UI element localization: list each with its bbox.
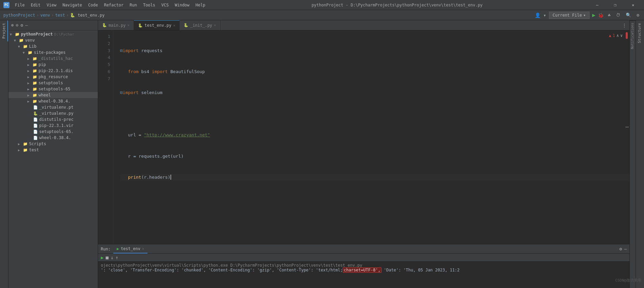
run-tab-test-env[interactable]: ▶ test_env ✕ xyxy=(113,244,147,253)
rerun-button[interactable]: ▶ xyxy=(101,255,104,260)
fold-marker-2: ⊟ xyxy=(120,90,123,95)
project-tab[interactable]: Project xyxy=(0,20,8,41)
current-file-label: Current File xyxy=(553,13,582,18)
run-tab-label: test_env xyxy=(121,246,140,251)
tree-item-venv-py[interactable]: ▶ 🐍 _virtualenv.py xyxy=(8,110,98,116)
run-tab-close[interactable]: ✕ xyxy=(142,247,144,250)
tree-item-setuptools-file[interactable]: ▶ 📄 setuptools-65. xyxy=(8,129,98,135)
settings-icon[interactable]: ⚙ xyxy=(635,12,641,18)
breadcrumb-project[interactable]: pythonProject xyxy=(3,13,35,18)
tree-item-distutils-prec[interactable]: ▶ 📄 distutils-prec xyxy=(8,116,98,123)
tree-item-setuptools[interactable]: ▶ 📁 setuptools xyxy=(8,80,98,86)
code-line-7: print(r.headers) xyxy=(120,174,629,181)
watermark: CSDN@微功用用 xyxy=(615,278,641,283)
menu-vcs[interactable]: VCS xyxy=(159,2,171,8)
breadcrumb-sep2: › xyxy=(51,13,54,18)
structure-tab[interactable]: Structure xyxy=(636,20,644,46)
current-file-button[interactable]: Current File ▾ xyxy=(549,12,590,19)
menu-run[interactable]: Run xyxy=(127,2,140,8)
tree-item-pip[interactable]: ▶ 📁 pip xyxy=(8,62,98,68)
code-editor[interactable]: 1 2 3 4 5 6 7 ⊟import requests from bs4 … xyxy=(98,30,629,244)
app-icon: PC xyxy=(3,2,9,8)
bottom-panel: Run: ▶ test_env ✕ ⚙ — ▶ ■ ↓ ↑ xyxy=(98,244,629,288)
tab-test-env-py[interactable]: 🐍 test_env.py ✕ xyxy=(134,20,180,30)
collapse-all-icon[interactable]: ⊖ xyxy=(16,23,19,28)
tab-test-env-close[interactable]: ✕ xyxy=(173,23,176,28)
project-tree: ▼ 📁 pythonProject D:\Pychar ▼ 📁 venv ▼ 📁… xyxy=(8,30,98,288)
gear-icon[interactable]: ⚙ xyxy=(21,23,23,28)
tab-init-label: _init_.py xyxy=(190,23,212,28)
menu-file[interactable]: File xyxy=(12,2,27,8)
error-nav-up[interactable]: ∧ xyxy=(617,33,619,38)
menu-tools[interactable]: Tools xyxy=(140,2,158,8)
tree-item-test[interactable]: ▶ 📁 test xyxy=(8,147,98,153)
scroll-down-icon[interactable]: ↓ xyxy=(111,255,113,260)
import-kw-1: import xyxy=(123,48,139,53)
menu-view[interactable]: View xyxy=(44,2,59,8)
tree-item-wheel-file[interactable]: ▶ 📄 wheel-0.38.4. xyxy=(8,135,98,141)
pip22-label: pip-22.3.1.dis xyxy=(39,68,73,73)
menu-help[interactable]: Help xyxy=(193,2,208,8)
run-settings-icon[interactable]: ⚙ xyxy=(619,246,622,251)
tree-item-lib[interactable]: ▼ 📁 Lib xyxy=(8,43,98,49)
run-panel-controls: ⚙ — xyxy=(619,246,627,251)
tab-init-py[interactable]: 🐍 _init_.py ✕ xyxy=(180,20,221,30)
url-string[interactable]: "http://www.crazyant.net" xyxy=(144,132,210,137)
breadcrumb-file[interactable]: 🐍 test_env.py xyxy=(70,13,105,18)
notifications-tab[interactable]: Notifications xyxy=(630,20,636,51)
editor-area: 🐍 main.py ✕ 🐍 test_env.py ✕ 🐍 _init_.py … xyxy=(98,20,629,288)
text-cursor xyxy=(170,175,171,180)
setuptools65-icon: 📁 xyxy=(32,87,38,91)
scroll-thumb xyxy=(625,127,629,128)
tree-item-wheel[interactable]: ▶ 📁 wheel xyxy=(8,92,98,98)
minimize-button[interactable]: — xyxy=(590,0,605,10)
breadcrumb-test[interactable]: test xyxy=(55,13,65,18)
import-kw-3: import xyxy=(123,90,139,95)
run-button[interactable]: ▶ xyxy=(592,12,596,18)
tab-menu-icon[interactable]: ⋮ xyxy=(622,23,627,28)
tree-item-venv-pt[interactable]: ▶ 📄 _virtualenv.pt xyxy=(8,104,98,110)
line-numbers: 1 2 3 4 5 6 7 xyxy=(98,30,113,244)
breadcrumb: pythonProject › venv › test › 🐍 test_env… xyxy=(3,13,105,18)
maximize-button[interactable]: ❐ xyxy=(607,0,623,10)
expand-all-icon[interactable]: ⊕ xyxy=(11,23,14,28)
menu-window[interactable]: Window xyxy=(172,2,192,8)
tree-item-pip-vir[interactable]: ▶ 📄 pip-22.3.1.vir xyxy=(8,123,98,129)
tree-item-root[interactable]: ▼ 📁 pythonProject D:\Pychar xyxy=(8,31,98,37)
tree-item-wheel038[interactable]: ▶ 📁 wheel-0.38.4. xyxy=(8,98,98,104)
tree-item-setuptools65[interactable]: ▶ 📁 setuptools-65 xyxy=(8,86,98,92)
stop-button[interactable]: ■ xyxy=(106,255,108,260)
right-side-panel: Notifications xyxy=(629,20,636,288)
line-num-3: 3 xyxy=(98,47,110,54)
tree-item-site-packages[interactable]: ▼ 📁 site-packages xyxy=(8,49,98,56)
close-panel-icon[interactable]: — xyxy=(25,23,28,28)
scroll-up-icon[interactable]: ↑ xyxy=(115,255,118,260)
menu-navigate[interactable]: Navigate xyxy=(60,2,85,8)
tab-main-close[interactable]: ✕ xyxy=(128,23,130,27)
menu-refactor[interactable]: Refactor xyxy=(101,2,126,8)
code-line-5: url = "http://www.crazyant.net" xyxy=(120,132,629,139)
run-collapse-icon[interactable]: — xyxy=(624,246,627,251)
debug-button[interactable]: 🐞 xyxy=(598,13,604,18)
tab-main-py[interactable]: 🐍 main.py ✕ xyxy=(98,20,134,30)
breadcrumb-venv[interactable]: venv xyxy=(40,13,50,18)
profile-icon[interactable]: ⏱ xyxy=(615,12,622,18)
root-path: D:\Pychar xyxy=(54,32,74,37)
tab-init-close[interactable]: ✕ xyxy=(214,23,216,27)
error-nav-down[interactable]: ∨ xyxy=(620,33,623,38)
tree-item-pip22[interactable]: ▶ 📁 pip-22.3.1.dis xyxy=(8,68,98,74)
current-file-chevron: ▾ xyxy=(583,13,585,18)
search-icon[interactable]: 🔍 xyxy=(624,12,632,18)
tree-item-venv[interactable]: ▼ 📁 venv xyxy=(8,37,98,43)
user-icon[interactable]: 👤 ▾ xyxy=(535,13,546,18)
code-content[interactable]: ⊟import requests from bs4 import Beautif… xyxy=(113,30,629,244)
project-panel: ⊕ ⊖ ⚙ — ▼ 📁 pythonProject D:\Pychar ▼ 📁 … xyxy=(8,20,98,288)
menu-code[interactable]: Code xyxy=(86,2,101,8)
tree-item-pkg[interactable]: ▶ 📁 pkg_resource xyxy=(8,74,98,80)
menu-edit[interactable]: Edit xyxy=(28,2,43,8)
tree-item-distutils[interactable]: ▶ 📁 _distutils_hac xyxy=(8,56,98,62)
coverage-icon[interactable]: ☘ xyxy=(606,12,612,18)
venv-pt-icon: 📄 xyxy=(33,105,38,110)
tree-item-scripts[interactable]: ▶ 📁 Scripts xyxy=(8,141,98,147)
close-button[interactable]: ✕ xyxy=(625,0,641,10)
